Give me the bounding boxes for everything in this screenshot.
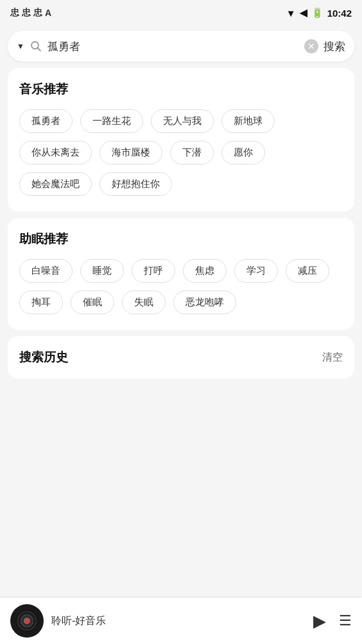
svg-line-1: [37, 48, 40, 51]
sleep-tags-container: 白噪音 睡觉 打呼 焦虑 学习 减压 掏耳 催眠 失眠 恶龙咆哮: [19, 259, 343, 314]
search-history-section: 搜索历史 清空: [8, 336, 354, 379]
battery-icon: 🔋: [311, 7, 323, 19]
vinyl-center: [24, 618, 30, 623]
vinyl-record: [15, 609, 39, 632]
icon-zhong-1: 忠: [10, 7, 19, 19]
status-icons-left: 忠 忠 忠 A: [10, 7, 51, 19]
search-submit-button[interactable]: 搜索: [323, 39, 345, 54]
sleep-tag-3[interactable]: 打呼: [132, 259, 175, 283]
sleep-recommendations-title: 助眠推荐: [19, 231, 343, 247]
dropdown-arrow-icon[interactable]: ▼: [17, 42, 24, 51]
wifi-icon: ▼: [286, 8, 296, 19]
music-tag-3[interactable]: 无人与我: [151, 109, 214, 133]
signal-icon: ◀: [300, 7, 307, 19]
history-header: 搜索历史 清空: [19, 349, 343, 366]
sleep-tag-2[interactable]: 睡觉: [80, 259, 124, 283]
music-tag-7[interactable]: 下潜: [170, 141, 214, 165]
music-tag-8[interactable]: 愿你: [221, 141, 265, 165]
search-bar: ▼ ✕ 搜索: [8, 31, 354, 62]
music-tag-2[interactable]: 一路生花: [80, 109, 143, 133]
sleep-tag-6[interactable]: 减压: [286, 259, 329, 283]
clear-input-button[interactable]: ✕: [304, 39, 318, 53]
sleep-recommendations-section: 助眠推荐 白噪音 睡觉 打呼 焦虑 学习 减压 掏耳 催眠 失眠 恶龙咆哮: [8, 218, 354, 330]
player-controls: ▶ ☰: [313, 611, 352, 631]
music-tag-5[interactable]: 你从未离去: [19, 141, 92, 165]
search-icon: [30, 40, 42, 53]
search-history-title: 搜索历史: [19, 349, 68, 366]
time-display: 10:42: [327, 8, 352, 19]
music-recommendations-section: 音乐推荐 孤勇者 一路生花 无人与我 新地球 你从未离去 海市蜃楼 下潜 愿你 …: [8, 68, 354, 211]
music-tag-6[interactable]: 海市蜃楼: [99, 141, 162, 165]
playlist-button[interactable]: ☰: [339, 613, 352, 629]
sleep-tag-1[interactable]: 白噪音: [19, 259, 73, 283]
music-tag-9[interactable]: 她会魔法吧: [19, 172, 92, 196]
sleep-tag-8[interactable]: 催眠: [71, 291, 114, 314]
player-track-name: 聆听-好音乐: [51, 614, 306, 628]
sleep-tag-5[interactable]: 学习: [234, 259, 278, 283]
music-tag-1[interactable]: 孤勇者: [19, 109, 73, 133]
play-button[interactable]: ▶: [313, 611, 326, 631]
music-tag-4[interactable]: 新地球: [221, 109, 275, 133]
music-tags-container: 孤勇者 一路生花 无人与我 新地球 你从未离去 海市蜃楼 下潜 愿你 她会魔法吧…: [19, 109, 343, 196]
icon-zhong-3: 忠: [33, 7, 42, 19]
sleep-tag-9[interactable]: 失眠: [122, 291, 166, 314]
music-recommendations-title: 音乐推荐: [19, 81, 343, 98]
status-bar: 忠 忠 忠 A ▼ ◀ 🔋 10:42: [0, 0, 362, 26]
music-tag-10[interactable]: 好想抱住你: [99, 172, 172, 196]
icon-a: A: [45, 8, 51, 18]
sleep-tag-7[interactable]: 掏耳: [19, 291, 63, 314]
album-art[interactable]: [10, 604, 44, 638]
sleep-tag-10[interactable]: 恶龙咆哮: [173, 291, 236, 314]
bottom-player: 聆听-好音乐 ▶ ☰: [0, 598, 362, 644]
sleep-tag-4[interactable]: 焦虑: [183, 259, 227, 283]
status-right: ▼ ◀ 🔋 10:42: [286, 7, 352, 19]
search-input[interactable]: [47, 40, 299, 53]
icon-zhong-2: 忠: [22, 7, 31, 19]
clear-history-button[interactable]: 清空: [322, 351, 343, 364]
